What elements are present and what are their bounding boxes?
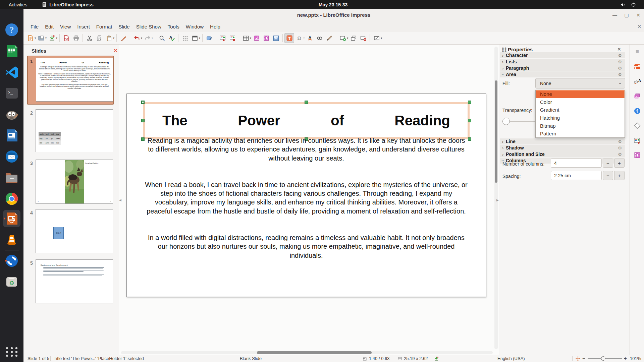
dock-libreoffice-calc-icon[interactable] — [4, 44, 19, 58]
show-applications-button[interactable] — [6, 346, 18, 358]
start-from-current-slide-button[interactable] — [227, 33, 237, 43]
slide-count-status[interactable]: Slide 1 of 5 — [28, 356, 49, 361]
slide-page[interactable]: The Power of Reading — [126, 94, 486, 297]
tab-shapes-icon[interactable] — [633, 121, 642, 130]
fill-type-select[interactable]: None › — [535, 78, 625, 88]
number-of-columns-input[interactable]: 4 — [551, 159, 602, 168]
insert-image-button[interactable] — [252, 33, 261, 43]
fill-option-gradient[interactable]: Gradient — [536, 106, 625, 114]
character-settings-icon[interactable]: ⚙ — [618, 53, 622, 58]
dock-trash-icon[interactable]: ♻ — [4, 275, 19, 289]
activities-button[interactable]: Activities — [7, 2, 29, 7]
resize-handle-middle-left[interactable] — [141, 119, 145, 122]
dock-help-icon[interactable]: ? — [4, 22, 19, 37]
slides-panel-close-icon[interactable]: ✕ — [113, 48, 118, 54]
zoom-in-button[interactable]: + — [624, 355, 627, 361]
resize-handle-bottom-right[interactable] — [468, 137, 471, 141]
insert-table-button[interactable] — [241, 33, 251, 43]
section-lists[interactable]: › Lists ⚙ — [500, 59, 625, 65]
columns-increase-button[interactable]: + — [614, 159, 625, 168]
sidebar-settings-icon[interactable]: ≡ — [633, 47, 642, 57]
tab-properties-icon[interactable] — [633, 62, 642, 71]
slide-layout-status[interactable]: Blank Slide — [240, 356, 262, 361]
slide-5-thumbnail[interactable]: Background and Development — [36, 259, 113, 303]
open-button[interactable] — [36, 33, 46, 43]
resize-handle-top-right[interactable] — [468, 101, 471, 104]
fill-option-bitmap[interactable]: Bitmap — [536, 122, 625, 130]
display-grid-button[interactable] — [180, 33, 190, 43]
tab-navigator-icon[interactable] — [633, 106, 642, 116]
new-document-button[interactable] — [25, 33, 35, 43]
section-line[interactable]: › Line ⚙ — [500, 138, 625, 144]
copy-button[interactable] — [94, 33, 104, 43]
dock-gimp-icon[interactable] — [4, 107, 19, 122]
tab-slide-transition-icon[interactable] — [633, 136, 642, 145]
section-shadow[interactable]: › Shadow ⚙ — [500, 145, 625, 151]
fill-option-hatching[interactable]: Hatching — [536, 114, 625, 122]
start-from-first-slide-button[interactable] — [218, 33, 227, 43]
cursor-position-status[interactable]: 1.40 / 0.63 — [369, 356, 389, 361]
dock-vscode-icon[interactable] — [4, 65, 19, 79]
resize-handle-bottom-left[interactable] — [141, 137, 145, 141]
panel-grip-icon[interactable]: ●●●●●● — [502, 47, 507, 52]
paragraph-settings-icon[interactable]: ⚙ — [618, 66, 622, 71]
show-draw-functions-button[interactable] — [324, 33, 334, 43]
fill-option-none[interactable]: None — [536, 90, 625, 98]
dock-files-icon[interactable] — [4, 170, 19, 185]
line-settings-icon[interactable]: ⚙ — [618, 139, 622, 144]
menu-edit[interactable]: Edit — [42, 22, 57, 31]
section-area[interactable]: › Area ⚙ — [500, 71, 625, 77]
duplicate-slide-button[interactable] — [348, 33, 358, 43]
special-character-button[interactable]: Ω — [294, 33, 304, 43]
volume-icon[interactable] — [620, 2, 626, 7]
slide-2-thumbnail[interactable]: apple bed click deal eggfun girlhead ido… — [36, 109, 113, 152]
spacing-decrease-button[interactable]: − — [603, 171, 613, 180]
display-views-button[interactable] — [190, 33, 200, 43]
menu-insert[interactable]: Insert — [74, 22, 93, 31]
fit-slide-icon[interactable] — [576, 356, 580, 361]
close-document-icon[interactable]: ✕ — [637, 24, 641, 29]
slide-body-text[interactable]: Reading is a magical activity that enric… — [145, 136, 468, 278]
export-pdf-button[interactable]: PDF — [61, 33, 71, 43]
tab-animation-icon[interactable] — [633, 150, 642, 160]
menu-file[interactable]: File — [28, 22, 42, 31]
document-modified-icon[interactable] — [434, 356, 439, 361]
redo-button[interactable] — [143, 33, 152, 43]
resize-handle-top-left[interactable] — [141, 101, 145, 104]
insert-chart-button[interactable] — [271, 33, 281, 43]
dock-chrome-icon[interactable] — [4, 191, 19, 206]
menu-tools[interactable]: Tools — [165, 22, 182, 31]
transparency-slider-knob[interactable] — [502, 118, 510, 125]
fill-option-pattern[interactable]: Pattern — [536, 130, 625, 138]
columns-decrease-button[interactable]: − — [603, 159, 613, 168]
clock[interactable]: May 23 15:33 — [319, 0, 347, 9]
section-position-size[interactable]: › Position and Size ⚙ — [500, 151, 625, 157]
master-slide-button[interactable] — [204, 33, 214, 43]
menu-view[interactable]: View — [57, 22, 74, 31]
vertical-scrollbar-thumb[interactable] — [495, 80, 497, 183]
zoom-level-status[interactable]: 101% — [630, 356, 641, 361]
insert-text-box-button[interactable]: T — [284, 33, 294, 43]
section-character[interactable]: › Character ⚙ — [500, 52, 625, 58]
find-replace-button[interactable] — [157, 33, 167, 43]
dock-libreoffice-impress-icon[interactable] — [3, 210, 20, 227]
spacing-input[interactable]: 2.25 cm — [551, 171, 602, 180]
dock-libreoffice-writer-icon[interactable] — [4, 128, 19, 143]
area-settings-icon[interactable]: ⚙ — [618, 72, 622, 77]
delete-slide-button[interactable] — [358, 33, 368, 43]
tab-gallery-icon[interactable] — [633, 92, 642, 101]
fontwork-button[interactable]: A — [305, 33, 315, 43]
slide-canvas[interactable]: ◀ The Power of Reading — [119, 45, 499, 355]
sidebar-splitter-handle[interactable]: ▶ — [496, 194, 499, 206]
clone-formatting-button[interactable] — [118, 33, 128, 43]
slide-4-thumbnail[interactable]: Slide 4 — [36, 209, 113, 253]
dock-thunderbird-icon[interactable] — [4, 149, 19, 164]
insert-media-button[interactable] — [261, 33, 271, 43]
fill-option-color[interactable]: Color — [536, 98, 625, 106]
dock-vlc-icon[interactable] — [4, 232, 19, 247]
dock-software-updater-icon[interactable] — [4, 253, 19, 268]
menu-slide-show[interactable]: Slide Show — [133, 22, 164, 31]
minimize-button[interactable]: — — [611, 11, 619, 19]
menu-window[interactable]: Window — [183, 22, 207, 31]
close-button[interactable]: ✕ — [635, 11, 642, 19]
